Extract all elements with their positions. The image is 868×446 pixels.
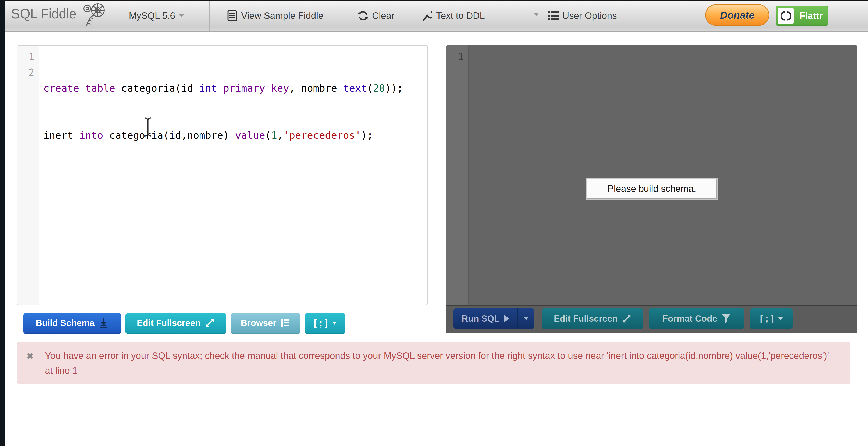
wrench-icon [422,10,432,21]
build-schema-button[interactable]: Build Schema [23,313,121,334]
result-edit-fullscreen-label: Edit Fullscreen [554,314,618,324]
result-gutter: 1 [446,45,469,305]
app-logo[interactable]: SQL Fiddle [11,6,76,22]
browse-list-icon [281,318,290,328]
flattr-label: Flattr [796,10,826,21]
view-sample-fiddle-label: View Sample Fiddle [241,10,323,21]
result-terminator-label: [ ; ] [760,314,774,324]
edit-fullscreen-button[interactable]: Edit Fullscreen [125,313,226,334]
text-cursor-pointer [144,117,152,137]
code-line: inert into categoria(id,nombre) value(1,… [43,127,428,143]
db-version-label: MySQL 5.6 [129,10,175,21]
chevron-down-icon [778,317,783,320]
line-number: 2 [17,65,38,80]
donate-button[interactable]: Donate [705,4,769,26]
top-navbar: SQL Fiddle MySQL 5.6 View Sample Fidd [0,0,868,32]
result-terminator-button[interactable]: [ ; ] [750,308,793,329]
refresh-icon [358,10,368,21]
db-version-dropdown[interactable]: MySQL 5.6 [129,0,184,31]
frame-left-edge [0,0,5,446]
schema-code[interactable]: create table categoria(id int primary ke… [43,49,428,175]
build-schema-message: Please build schema. [587,179,717,199]
format-code-button[interactable]: Format Code [649,308,744,329]
sql-error-alert: ✖ You have an error in your SQL syntax; … [17,342,850,384]
text-to-ddl-label: Text to DDL [436,10,485,21]
query-terminator-button[interactable]: [ ; ] [305,313,345,334]
result-edit-fullscreen-button[interactable]: Edit Fullscreen [542,308,643,329]
fullscreen-arrow-icon [622,314,631,323]
run-sql-button[interactable]: Run SQL [454,308,518,329]
result-panel: 1 Please build schema. [446,45,857,305]
schema-editor[interactable]: 1 2 create table categoria(id int primar… [17,45,428,305]
format-code-label: Format Code [662,314,717,324]
view-sample-fiddle-button[interactable]: View Sample Fiddle [227,0,323,31]
sql-error-text: You have an error in your SQL syntax; ch… [45,350,829,376]
fullscreen-arrow-icon [205,318,215,328]
navbar-divider [209,0,210,31]
frame-top-edge [0,0,868,1]
filter-funnel-icon [721,314,731,323]
line-number: 1 [17,46,38,65]
edit-fullscreen-label: Edit Fullscreen [137,318,200,328]
build-schema-label: Build Schema [36,318,94,328]
clear-button[interactable]: Clear [358,0,394,31]
flattr-icon [778,8,794,24]
chevron-down-icon [332,322,337,325]
user-options-label: User Options [562,10,617,21]
chevron-down-icon [524,317,528,320]
schema-editor-gutter: 1 2 [17,46,39,305]
build-icon [99,318,108,329]
list-icon [548,11,559,21]
sample-fiddle-icon [227,10,237,22]
line-number: 1 [446,45,468,64]
code-line: create table categoria(id int primary ke… [43,80,428,96]
text-to-ddl-button[interactable]: Text to DDL [422,0,485,31]
user-options-button[interactable]: User Options [548,0,617,31]
terminator-label: [ ; ] [314,318,328,328]
clear-label: Clear [372,10,394,21]
build-schema-message-text: Please build schema. [608,183,696,194]
donate-label: Donate [720,9,755,21]
error-x-icon: ✖ [26,349,34,363]
run-sql-label: Run SQL [462,314,500,324]
shell-logo-icon [79,2,106,28]
hidden-dropdown-caret-icon[interactable] [534,13,539,16]
flattr-button[interactable]: Flattr [776,5,828,26]
browser-label: Browser [241,318,276,328]
play-icon [504,315,509,322]
run-sql-dropdown[interactable] [518,308,534,329]
browser-button[interactable]: Browser [230,313,301,334]
chevron-down-icon [179,14,184,18]
